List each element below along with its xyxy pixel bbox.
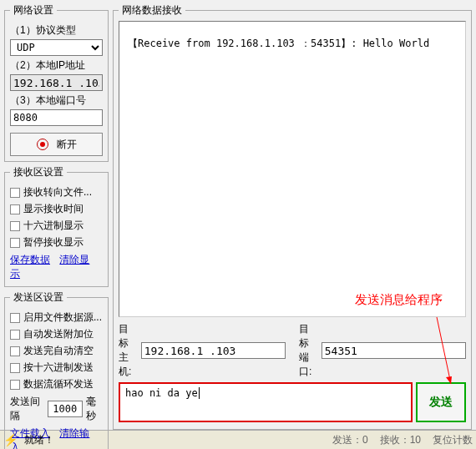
recv-data-title: 网络数据接收 (119, 3, 185, 18)
send-textarea[interactable]: hao ni da ye (119, 382, 413, 422)
status-reset[interactable]: 复位计数 (433, 433, 473, 447)
checkbox-icon (10, 330, 20, 340)
checkbox-icon (10, 313, 20, 323)
recv-opt-3[interactable]: 暂停接收显示 (10, 235, 103, 250)
checkbox-icon (10, 346, 20, 356)
local-ip-input[interactable] (10, 74, 103, 91)
network-settings-group: 网络设置 （1）协议类型 UDP （2）本地IP地址 （3）本地端口号 断开 (4, 3, 109, 162)
status-recv-count: 接收：10 (380, 433, 421, 447)
interval-label: 发送间隔 (10, 395, 44, 423)
recv-opt-0[interactable]: 接收转向文件... (10, 185, 103, 199)
send-opt-4[interactable]: 数据流循环发送 (10, 377, 103, 391)
status-ready: 就绪！ (24, 433, 54, 447)
send-opt-3[interactable]: 按十六进制发送 (10, 361, 103, 375)
protocol-select[interactable]: UDP (10, 39, 103, 56)
local-ip-label: （2）本地IP地址 (10, 58, 103, 73)
target-host-input[interactable] (141, 342, 286, 359)
target-host-label: 目标主机: (119, 322, 136, 379)
send-opt-1[interactable]: 自动发送附加位 (10, 327, 103, 341)
network-settings-title: 网络设置 (10, 3, 57, 18)
save-data-link[interactable]: 保存数据 (10, 254, 50, 265)
local-port-input[interactable] (10, 109, 103, 126)
checkbox-icon (10, 363, 20, 373)
disconnect-button[interactable]: 断开 (10, 133, 103, 156)
checkbox-icon (10, 188, 20, 198)
status-send-count: 发送：0 (332, 433, 368, 447)
send-opt-2[interactable]: 发送完自动清空 (10, 344, 103, 358)
interval-unit: 毫秒 (86, 395, 103, 423)
send-settings-group: 发送区设置 启用文件数据源... 自动发送附加位 发送完自动清空 按十六进制发送… (4, 290, 109, 449)
recv-settings-group: 接收区设置 接收转向文件... 显示接收时间 十六进制显示 暂停接收显示 保存数… (4, 165, 109, 287)
recv-opt-2[interactable]: 十六进制显示 (10, 219, 103, 233)
bolt-icon: ⚡ (3, 433, 18, 446)
send-button[interactable]: 发送 (416, 382, 466, 422)
local-port-label: （3）本地端口号 (10, 93, 103, 108)
recv-opt-1[interactable]: 显示接收时间 (10, 202, 103, 216)
send-settings-title: 发送区设置 (10, 290, 67, 305)
interval-input[interactable] (48, 401, 83, 417)
checkbox-icon (10, 221, 20, 231)
recv-settings-title: 接收区设置 (10, 165, 67, 179)
recv-data-group: 网络数据接收 【Receive from 192.168.1.103 ：5435… (113, 3, 472, 430)
record-icon (37, 139, 48, 150)
checkbox-icon (10, 238, 20, 248)
recv-textarea[interactable]: 【Receive from 192.168.1.103 ：54351】: Hel… (119, 21, 466, 317)
checkbox-icon (10, 380, 20, 390)
checkbox-icon (10, 204, 20, 214)
target-port-input[interactable] (322, 342, 466, 359)
disconnect-label: 断开 (57, 138, 77, 152)
send-opt-0[interactable]: 启用文件数据源... (10, 310, 103, 325)
target-port-label: 目标端口: (299, 322, 316, 379)
protocol-label: （1）协议类型 (10, 23, 103, 38)
